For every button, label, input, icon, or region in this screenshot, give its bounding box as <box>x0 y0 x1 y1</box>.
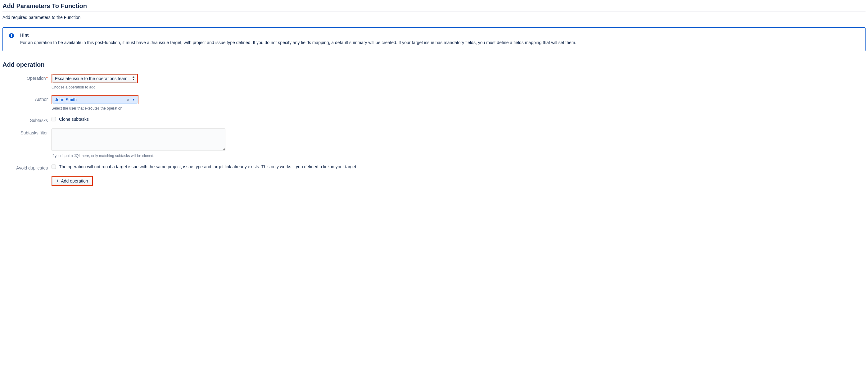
highlight-operation <box>52 74 138 83</box>
page-subtitle: Add required parameters to the Function. <box>2 15 866 20</box>
clone-subtasks-label: Clone subtasks <box>59 117 89 122</box>
helper-operation: Choose a operation to add <box>52 85 866 89</box>
row-operation: Operation* Choose a operation to add <box>2 74 866 89</box>
hint-panel: Hint For an operation to be available in… <box>2 27 866 51</box>
clone-subtasks-checkbox[interactable] <box>52 117 56 121</box>
label-subtasks-filter: Subtasks filter <box>2 128 52 135</box>
clear-icon[interactable]: ✕ <box>126 97 130 102</box>
row-author: Author John Smith ✕ ▼ Select the user th… <box>2 95 866 111</box>
add-operation-button[interactable]: + Add operation <box>52 177 92 185</box>
row-avoid-duplicates: Avoid duplicates The operation will not … <box>2 164 866 170</box>
label-author: Author <box>2 95 52 102</box>
chevron-down-icon[interactable]: ▼ <box>132 98 135 101</box>
operation-select[interactable] <box>52 74 137 83</box>
hint-title: Hint <box>20 33 859 37</box>
helper-author: Select the user that executes the operat… <box>52 106 866 111</box>
row-subtasks: Subtasks Clone subtasks <box>2 116 866 123</box>
label-avoid-duplicates: Avoid duplicates <box>2 164 52 170</box>
avoid-duplicates-checkbox[interactable] <box>52 164 56 169</box>
highlight-add-button: + Add operation <box>52 176 93 186</box>
section-title: Add operation <box>2 61 866 68</box>
svg-point-2 <box>11 34 12 35</box>
subtasks-filter-textarea[interactable] <box>52 128 225 151</box>
label-operation: Operation* <box>2 74 52 81</box>
author-select[interactable]: John Smith ✕ ▼ <box>52 96 138 104</box>
avoid-duplicates-label: The operation will not run if a target i… <box>59 164 358 169</box>
svg-rect-1 <box>11 35 12 37</box>
label-operation-text: Operation <box>27 76 45 81</box>
info-icon <box>9 33 14 38</box>
label-subtasks: Subtasks <box>2 116 52 123</box>
row-subtasks-filter: Subtasks filter If you input a JQL here,… <box>2 128 866 158</box>
hint-text: For an operation to be available in this… <box>20 39 859 46</box>
highlight-author: John Smith ✕ ▼ <box>52 95 138 104</box>
helper-subtasks-filter: If you input a JQL here, only matching s… <box>52 154 866 158</box>
add-operation-button-label: Add operation <box>61 179 88 184</box>
plus-icon: + <box>56 179 59 184</box>
author-value: John Smith <box>55 97 77 102</box>
required-mark: * <box>46 76 48 81</box>
page-title: Add Parameters To Function <box>2 2 866 12</box>
row-add-button: + Add operation <box>2 176 866 186</box>
